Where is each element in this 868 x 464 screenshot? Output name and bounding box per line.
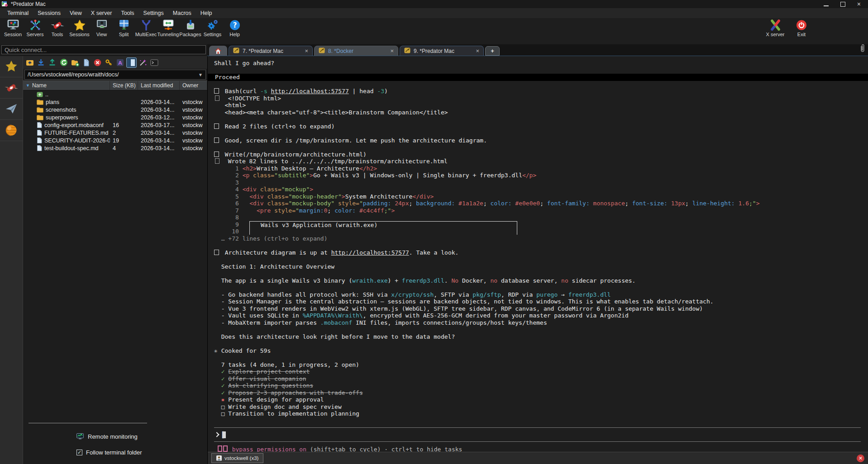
send-plane-icon[interactable] [0, 99, 23, 120]
follow-terminal-folder-row[interactable]: ✓ Follow terminal folder [76, 449, 207, 456]
session-tab-9-predator-mac[interactable]: 9. *Predator Mac× [400, 46, 484, 56]
menu-view[interactable]: View [65, 10, 86, 16]
user-icon [216, 455, 222, 461]
tools-knife-icon[interactable] [0, 77, 23, 99]
menu-sessions[interactable]: Sessions [33, 10, 65, 16]
exit-button[interactable]: Exit [788, 19, 815, 37]
file-row-screenshots[interactable]: screenshots2026-03-14...vstockw [23, 106, 207, 114]
sidebar-toggle-icon[interactable] [127, 58, 136, 67]
favorites-star-icon[interactable] [0, 56, 23, 77]
terminal-line [214, 326, 868, 333]
refresh-icon[interactable] [59, 58, 68, 67]
follow-terminal-folder-checkbox[interactable]: ✓ [76, 450, 82, 455]
user-session-tab[interactable]: vstockwell (x3) [211, 453, 263, 463]
column-header-last-modified[interactable]: Last modified [138, 81, 180, 90]
minimize-icon[interactable] [824, 2, 829, 6]
delete-icon[interactable] [93, 58, 102, 67]
settings-button[interactable]: Settings [201, 19, 224, 37]
tab-label: 9. *Predator Mac [414, 48, 468, 54]
path-bar[interactable]: /Users/vstockwell/repos/wraith/docs/ ▼ [24, 70, 206, 80]
menu-terminal[interactable]: Terminal [3, 10, 33, 16]
help-button[interactable]: ?Help [224, 19, 246, 37]
session-button[interactable]: Session [2, 19, 24, 37]
close-tab-icon[interactable]: × [386, 48, 394, 54]
split-button[interactable]: Split [113, 19, 135, 37]
maximize-icon[interactable] [840, 2, 845, 7]
globe-icon[interactable] [0, 120, 23, 141]
multiexec-button[interactable]: MultiExec [135, 19, 157, 37]
terminal-line: 3 [214, 179, 868, 186]
multiexec-icon [139, 19, 153, 31]
file-name: plans [23, 99, 110, 105]
terminal-link[interactable]: http://localhost:57577 [331, 249, 409, 256]
session-tab-7-predator-mac[interactable]: 7. *Predator Mac× [229, 46, 313, 56]
file-row-test-buildout-spec-md[interactable]: test-buildout-spec.md42026-03-14...vstoc… [23, 144, 207, 152]
sessions-button[interactable]: Sessions [68, 19, 91, 37]
column-header-name[interactable]: ▼Name [23, 81, 110, 90]
tab-key-icon [319, 47, 325, 55]
session-label: Session [4, 32, 22, 37]
terminal-line [214, 144, 868, 151]
close-session-icon[interactable]: ✕ [857, 455, 864, 462]
download-icon[interactable] [36, 58, 46, 67]
menu-tools[interactable]: Tools [116, 10, 138, 16]
key-icon[interactable] [104, 58, 114, 67]
quick-connect-input[interactable] [1, 45, 206, 54]
encoding-icon[interactable]: A [115, 58, 125, 67]
terminal-line: ⏺ Read 2 files (ctrl+o to expand) [214, 123, 868, 130]
home-tab[interactable] [209, 46, 227, 56]
tools-button[interactable]: Tools [46, 19, 68, 37]
menu-x-server[interactable]: X server [86, 10, 117, 16]
new-file-icon[interactable] [81, 58, 91, 67]
file-row-future-features-md[interactable]: FUTURE-FEATURES.md22026-03-14...vstockw [23, 129, 207, 137]
new-folder-icon[interactable] [70, 58, 80, 67]
file-size: 16 [110, 122, 138, 128]
file-row-security-audit-2026-03-1[interactable]: SECURITY-AUDIT-2026-03-1...192026-03-14.… [23, 137, 207, 144]
session-icon [6, 19, 20, 31]
close-tab-icon[interactable]: × [300, 48, 308, 54]
servers-button[interactable]: Servers [24, 19, 46, 37]
view-button[interactable]: View [91, 19, 113, 37]
terminal-line [214, 256, 868, 263]
file-name-label: superpowers [46, 114, 78, 121]
file-row-[interactable]: .. [23, 90, 207, 98]
file-row-superpowers[interactable]: superpowers2026-03-12...vstockw [23, 114, 207, 121]
terminal-line: ▪ Present design for approval [214, 396, 868, 403]
tunneling-button[interactable]: Tunneling [157, 19, 179, 37]
packages-button[interactable]: Packages [179, 19, 201, 37]
remote-monitoring-row[interactable]: Remote monitoring [76, 433, 207, 440]
file-row-plans[interactable]: plans2026-03-14...vstockw [23, 98, 207, 106]
file-name: .. [23, 91, 110, 98]
menu-bar: TerminalSessionsViewX serverToolsSetting… [0, 8, 868, 18]
close-icon[interactable]: × [857, 2, 861, 6]
terminal-line: ✓ Ask clarifying questions [214, 382, 868, 389]
menu-settings[interactable]: Settings [139, 10, 168, 16]
console-icon[interactable] [149, 58, 159, 67]
column-header-size-kb[interactable]: Size (KB) [110, 81, 138, 90]
sessions-icon [73, 19, 86, 31]
file-row-config-export-mobaconf[interactable]: config-export.mobaconf162026-03-17...vst… [23, 121, 207, 129]
upload-icon[interactable] [48, 58, 57, 67]
terminal-line: ✳ Cooked for 59s [214, 347, 868, 355]
paperclip-icon[interactable] [859, 44, 868, 56]
session-tab-8-docker[interactable]: 8. *Docker× [314, 46, 398, 56]
settings-label: Settings [204, 32, 222, 37]
terminal-line: 5 <div class="mockup-header">System Arch… [214, 193, 868, 200]
wand-icon[interactable] [138, 58, 148, 67]
file-icon [37, 137, 42, 143]
menu-help[interactable]: Help [196, 10, 217, 16]
user-session-label: vstockwell (x3) [224, 455, 258, 461]
menu-macros[interactable]: Macros [168, 10, 196, 16]
file-name-label: plans [46, 99, 59, 105]
column-header-owner[interactable]: Owner [180, 81, 207, 90]
terminal-output[interactable]: Shall I go ahead?Proceed⏺ Bash(curl -s h… [208, 56, 868, 452]
terminal-link[interactable]: http://localhost:57577 [271, 88, 349, 95]
new-tab-button[interactable]: + [485, 46, 500, 56]
path-dropdown-icon[interactable]: ▼ [196, 72, 203, 77]
file-owner: vstockw [180, 130, 207, 136]
x-server-button[interactable]: X server [762, 19, 788, 37]
close-tab-icon[interactable]: × [471, 48, 479, 54]
file-modified: 2026-03-14... [138, 130, 180, 136]
parent-folder-icon[interactable] [25, 58, 34, 67]
file-icon [37, 145, 42, 151]
